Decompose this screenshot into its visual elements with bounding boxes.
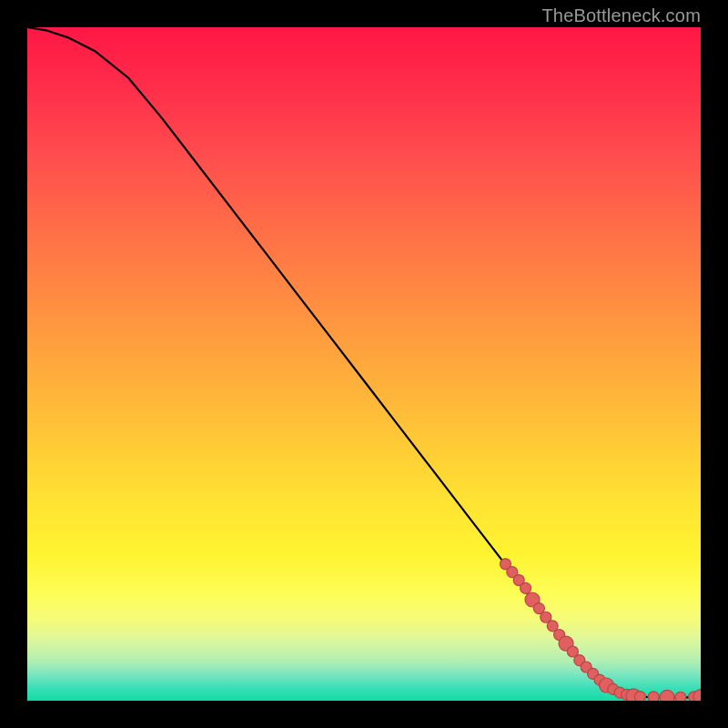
highlight-dot <box>648 692 659 701</box>
highlight-dots-group <box>500 559 701 701</box>
plot-area <box>27 27 701 701</box>
chart-stage: TheBottleneck.com <box>0 0 728 728</box>
highlight-dot <box>521 582 531 593</box>
bottleneck-curve <box>27 27 701 697</box>
highlight-dot <box>675 692 686 701</box>
highlight-dot <box>660 690 674 701</box>
highlight-dot <box>634 692 645 701</box>
plot-svg <box>27 27 701 701</box>
watermark-text: TheBottleneck.com <box>541 5 701 26</box>
